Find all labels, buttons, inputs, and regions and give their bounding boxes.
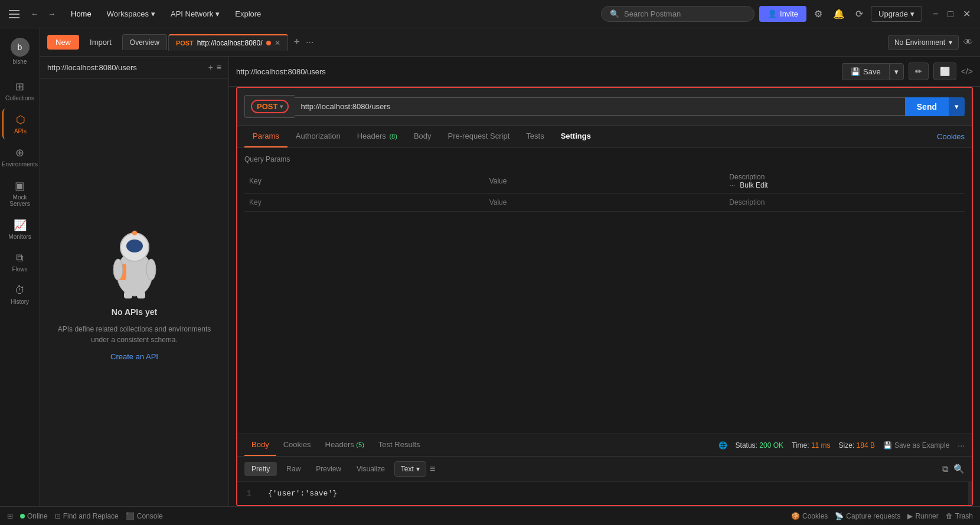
sidebar-item-apis[interactable]: ⬡ APIs [2, 109, 38, 139]
view-icon-button[interactable]: ⬜ [933, 63, 956, 80]
create-api-link[interactable]: Create an API [110, 352, 158, 361]
minimize-button[interactable]: − [929, 7, 942, 21]
invite-button[interactable]: 👤 Invite [759, 6, 806, 22]
sidebar-item-monitors[interactable]: 📈 Monitors [2, 214, 38, 245]
resp-tab-body[interactable]: Body [244, 434, 276, 456]
find-replace-button[interactable]: ⊡ Find and Replace [55, 512, 119, 520]
tab-overview[interactable]: Overview [122, 34, 167, 50]
tab-more-button[interactable]: ··· [306, 37, 313, 48]
runner-button[interactable]: ▶ Runner [907, 512, 938, 520]
value-cell [485, 193, 725, 212]
format-preview-button[interactable]: Preview [310, 462, 347, 476]
sidebar-item-mock-servers[interactable]: ▣ Mock Servers [2, 175, 38, 212]
search-response-icon[interactable]: 🔍 [953, 464, 965, 474]
search-icon: 🔍 [610, 9, 619, 18]
url-input[interactable] [295, 97, 904, 116]
notification-icon[interactable]: 🔔 [830, 5, 848, 22]
content-area: New Import Overview POST http://localhos… [40, 28, 980, 506]
explore-link[interactable]: Explore [228, 6, 268, 22]
tab-post-request[interactable]: POST http://localhost:8080/ ✕ [168, 34, 288, 51]
request-tabs: Params Authorization Headers (8) Body Pr [237, 126, 972, 148]
send-button[interactable]: Send [905, 97, 949, 116]
tab-authorization[interactable]: Authorization [288, 126, 349, 147]
resp-tab-test-results[interactable]: Test Results [371, 434, 427, 456]
svg-point-5 [146, 259, 156, 280]
code-line-1: 1 {'user':'save'} [247, 489, 962, 498]
back-button[interactable]: ← [27, 7, 42, 21]
sidebar-item-environments[interactable]: ⊕ Environments [2, 142, 38, 172]
save-caret-button[interactable]: ▾ [889, 63, 904, 80]
tab-settings[interactable]: Settings [553, 126, 599, 147]
flows-icon: ⧉ [16, 252, 24, 264]
console-button[interactable]: ⬛ Console [126, 512, 163, 520]
search-bar[interactable]: 🔍 Search Postman [601, 6, 754, 22]
maximize-button[interactable]: □ [944, 7, 957, 21]
method-selector[interactable]: POST ▾ [244, 95, 295, 118]
svg-point-4 [113, 259, 123, 280]
globe-icon: 🌐 [718, 441, 727, 449]
sidebar-item-history[interactable]: ⏱ History [2, 280, 38, 310]
cookies-link[interactable]: Cookies [937, 132, 965, 141]
resp-tab-headers[interactable]: Headers (5) [318, 434, 371, 456]
tab-tests[interactable]: Tests [518, 126, 552, 147]
copy-icon[interactable]: ⧉ [942, 464, 949, 474]
tab-body[interactable]: Body [406, 126, 440, 147]
sidebar-item-collections[interactable]: ⊞ Collections [2, 76, 38, 106]
capture-requests-button[interactable]: 📡 Capture requests [835, 512, 900, 520]
online-status[interactable]: Online [20, 512, 48, 520]
format-visualize-button[interactable]: Visualize [351, 462, 391, 476]
scrollbar-vertical[interactable] [968, 482, 972, 505]
format-pretty-button[interactable]: Pretty [244, 462, 277, 476]
close-button[interactable]: ✕ [959, 7, 974, 21]
response-more-icon[interactable]: ··· [958, 441, 965, 450]
new-button[interactable]: New [47, 35, 79, 50]
tab-params[interactable]: Params [244, 126, 288, 147]
forward-button[interactable]: → [44, 7, 59, 21]
tab-add-button[interactable]: + [289, 34, 305, 51]
key-input[interactable] [249, 198, 480, 206]
bulk-edit-link[interactable]: Bulk Edit [740, 181, 767, 189]
sidebar-item-flows[interactable]: ⧉ Flows [2, 247, 38, 277]
resp-tab-cookies[interactable]: Cookies [276, 434, 318, 456]
format-raw-button[interactable]: Raw [280, 462, 306, 476]
add-api-icon[interactable]: + [208, 63, 213, 72]
astronaut-illustration [99, 224, 170, 300]
sync-icon[interactable]: ⟳ [852, 5, 866, 22]
menu-icon[interactable] [6, 6, 22, 22]
env-settings-icon[interactable]: 👁 [963, 37, 973, 48]
tab-headers[interactable]: Headers (8) [349, 126, 406, 147]
text-type-dropdown[interactable]: Text ▾ [394, 461, 426, 477]
tab-overview-label: Overview [130, 38, 159, 47]
code-icon-button[interactable]: </> [961, 67, 973, 76]
no-apis-desc: APIs define related collections and envi… [52, 324, 217, 345]
layout-toggle-icon[interactable]: ⊟ [7, 512, 13, 520]
tab-pre-request-script[interactable]: Pre-request Script [440, 126, 518, 147]
cookies-bottom-button[interactable]: 🍪 Cookies [791, 512, 828, 520]
send-caret-button[interactable]: ▾ [949, 97, 965, 116]
method-caret-icon: ▾ [280, 103, 283, 110]
user-avatar[interactable]: b bishe [7, 34, 33, 68]
edit-icon-button[interactable]: ✏ [909, 63, 929, 80]
value-input[interactable] [489, 198, 720, 206]
response-status-bar: 🌐 Status: 200 OK Time: 11 ms Size: 184 B… [718, 441, 965, 450]
line-number: 1 [247, 490, 259, 498]
wrap-icon[interactable]: ≡ [430, 464, 435, 474]
home-link[interactable]: Home [64, 6, 99, 22]
filter-icon[interactable]: ≡ [217, 63, 221, 72]
api-network-link[interactable]: API Network ▾ [164, 6, 227, 22]
nav-arrows: ← → [27, 7, 59, 21]
bulk-edit-more-icon[interactable]: ··· [729, 181, 735, 189]
trash-button[interactable]: 🗑 Trash [946, 512, 973, 520]
environment-selector[interactable]: No Environment ▾ [888, 35, 959, 50]
save-example-button[interactable]: 💾 Save as Example [883, 441, 949, 449]
workspaces-link[interactable]: Workspaces ▾ [100, 6, 162, 22]
settings-icon[interactable]: ⚙ [811, 5, 825, 22]
no-apis-title: No APIs yet [112, 307, 157, 317]
import-button[interactable]: Import [84, 35, 117, 50]
upgrade-button[interactable]: Upgrade ▾ [871, 6, 922, 22]
save-button[interactable]: 💾 Save [842, 63, 889, 80]
tab-close-icon[interactable]: ✕ [275, 39, 280, 47]
description-input[interactable] [729, 198, 960, 206]
params-area: Query Params Key Value [237, 148, 972, 434]
svg-point-8 [132, 231, 137, 235]
